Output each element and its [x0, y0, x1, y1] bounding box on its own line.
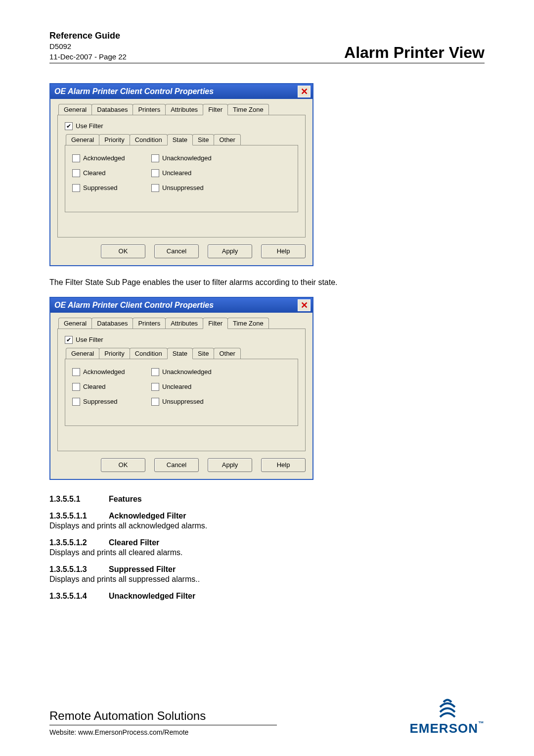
tab-attributes[interactable]: Attributes [165, 104, 203, 115]
cleared-checkbox[interactable] [72, 383, 80, 391]
help-button[interactable]: Help [261, 244, 306, 258]
subtab-other[interactable]: Other [214, 134, 241, 145]
tab-databases[interactable]: Databases [91, 104, 133, 115]
feature-num: 1.3.5.5.1.4 [49, 592, 109, 601]
unsuppressed-checkbox[interactable] [151, 184, 159, 192]
tab-filter[interactable]: Filter [203, 318, 228, 329]
doc-id: D5092 [49, 42, 127, 51]
subtab-general[interactable]: General [66, 348, 99, 359]
suppressed-label: Suppressed [83, 398, 117, 405]
tab-general[interactable]: General [58, 318, 92, 329]
tab-general[interactable]: General [58, 104, 92, 115]
unacknowledged-label: Unacknowledged [162, 368, 212, 376]
suppressed-checkbox[interactable] [72, 398, 80, 406]
ok-button[interactable]: OK [101, 244, 145, 258]
feature-title: Acknowledged Filter [109, 512, 186, 520]
acknowledged-label: Acknowledged [83, 368, 125, 376]
subtab-site[interactable]: Site [192, 134, 214, 145]
uncleared-checkbox[interactable] [151, 383, 159, 391]
titlebar: OE Alarm Printer Client Control Properti… [50, 84, 312, 99]
tm-mark: ™ [478, 720, 485, 727]
use-filter-checkbox[interactable]: ✔ [65, 336, 73, 344]
use-filter-label: Use Filter [76, 122, 103, 130]
dialog-title: OE Alarm Printer Client Control Properti… [54, 87, 214, 96]
uncleared-label: Uncleared [162, 383, 191, 390]
use-filter-checkbox[interactable]: ✔ [65, 122, 73, 130]
body-paragraph: The Filter State Sub Page enables the us… [49, 278, 485, 287]
cleared-checkbox[interactable] [72, 169, 80, 177]
section-title: Alarm Printer View [344, 44, 485, 62]
cancel-button[interactable]: Cancel [154, 244, 199, 258]
cleared-label: Cleared [83, 169, 106, 177]
feature-title: Cleared Filter [109, 538, 159, 547]
ref-guide-title: Reference Guide [49, 30, 127, 42]
cleared-label: Cleared [83, 383, 106, 390]
features-head-num: 1.3.5.5.1 [49, 495, 109, 504]
unacknowledged-checkbox[interactable] [151, 154, 159, 162]
unsuppressed-checkbox[interactable] [151, 398, 159, 406]
cancel-button[interactable]: Cancel [154, 458, 199, 472]
acknowledged-checkbox[interactable] [72, 368, 80, 376]
use-filter-label: Use Filter [76, 336, 103, 343]
unsuppressed-label: Unsuppressed [162, 398, 204, 405]
filter-sub-tabs: General Priority Condition State Site Ot… [65, 348, 298, 359]
apply-button[interactable]: Apply [208, 244, 252, 258]
subtab-state[interactable]: State [167, 134, 193, 145]
subtab-site[interactable]: Site [192, 348, 214, 359]
subtab-condition[interactable]: Condition [130, 134, 168, 145]
close-icon[interactable]: ✕ [298, 86, 311, 97]
tab-timezone[interactable]: Time Zone [227, 318, 269, 329]
emerson-brand: EMERSON [410, 721, 478, 736]
main-tabs: General Databases Printers Attributes Fi… [57, 104, 306, 115]
filter-sub-tabs: General Priority Condition State Site Ot… [65, 134, 298, 145]
tab-printers[interactable]: Printers [133, 318, 166, 329]
tab-timezone[interactable]: Time Zone [227, 104, 269, 115]
tab-attributes[interactable]: Attributes [165, 318, 203, 329]
suppressed-checkbox[interactable] [72, 184, 80, 192]
feature-title: Suppressed Filter [109, 565, 176, 574]
unacknowledged-checkbox[interactable] [151, 368, 159, 376]
properties-dialog-2: OE Alarm Printer Client Control Properti… [49, 297, 313, 480]
emerson-helix-icon [410, 697, 485, 719]
titlebar: OE Alarm Printer Client Control Properti… [50, 298, 312, 313]
dialog-title: OE Alarm Printer Client Control Properti… [54, 301, 214, 310]
close-icon[interactable]: ✕ [298, 299, 311, 311]
tab-databases[interactable]: Databases [91, 318, 133, 329]
subtab-condition[interactable]: Condition [130, 348, 168, 359]
feature-num: 1.3.5.5.1.2 [49, 538, 109, 547]
page-header: Reference Guide D5092 11-Dec-2007 - Page… [49, 30, 485, 63]
subtab-state[interactable]: State [167, 348, 193, 359]
acknowledged-checkbox[interactable] [72, 154, 80, 162]
subtab-priority[interactable]: Priority [99, 348, 130, 359]
feature-num: 1.3.5.5.1.3 [49, 565, 109, 574]
ok-button[interactable]: OK [101, 458, 145, 472]
properties-dialog: OE Alarm Printer Client Control Properti… [49, 83, 313, 266]
uncleared-checkbox[interactable] [151, 169, 159, 177]
footer-rule [49, 725, 277, 725]
feature-title: Unacknowledged Filter [109, 592, 195, 601]
emerson-logo: EMERSON™ [410, 697, 485, 736]
feature-desc: Displays and prints all cleared alarms. [49, 548, 485, 557]
date-page: 11-Dec-2007 - Page 22 [49, 52, 127, 62]
main-tabs: General Databases Printers Attributes Fi… [57, 318, 306, 329]
help-button[interactable]: Help [261, 458, 306, 472]
page-footer: Remote Automation Solutions Website: www… [49, 709, 485, 736]
acknowledged-label: Acknowledged [83, 154, 125, 162]
subtab-priority[interactable]: Priority [99, 134, 130, 145]
unsuppressed-label: Unsuppressed [162, 184, 204, 191]
feature-num: 1.3.5.5.1.1 [49, 512, 109, 520]
unacknowledged-label: Unacknowledged [162, 154, 212, 162]
uncleared-label: Uncleared [162, 169, 191, 177]
subtab-general[interactable]: General [66, 134, 99, 145]
tab-printers[interactable]: Printers [133, 104, 166, 115]
feature-desc: Displays and prints all suppressed alarm… [49, 575, 485, 584]
tab-filter[interactable]: Filter [203, 104, 228, 115]
apply-button[interactable]: Apply [208, 458, 252, 472]
subtab-other[interactable]: Other [214, 348, 241, 359]
feature-desc: Displays and prints all acknowledged ala… [49, 521, 485, 530]
features-section: 1.3.5.5.1 Features 1.3.5.5.1.1 Acknowled… [49, 495, 485, 601]
suppressed-label: Suppressed [83, 184, 117, 191]
features-head-title: Features [109, 495, 142, 504]
